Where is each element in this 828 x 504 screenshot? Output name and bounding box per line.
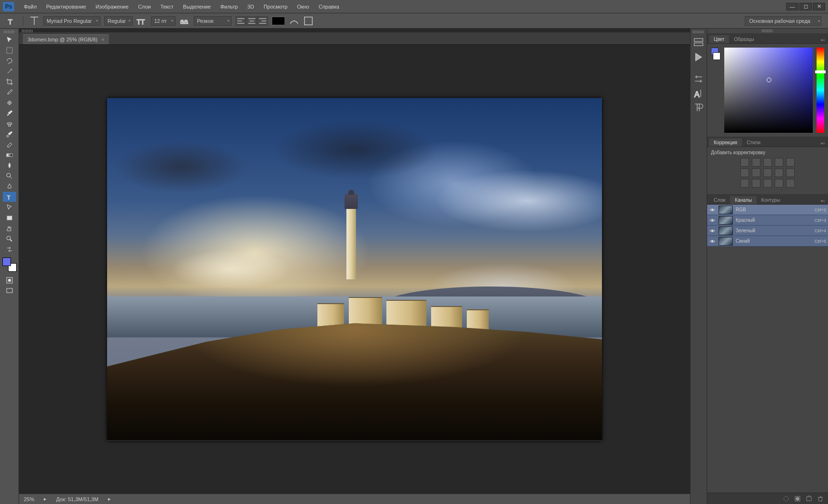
adj-colorbalance-icon[interactable] xyxy=(752,168,760,177)
tab-adjustments[interactable]: Коррекция xyxy=(709,138,742,147)
adj-photofilter-icon[interactable] xyxy=(775,168,783,177)
close-tab-icon[interactable]: × xyxy=(101,37,104,42)
new-channel-icon[interactable] xyxy=(805,495,813,503)
tab-swatches[interactable]: Образцы xyxy=(729,35,759,43)
menu-3d[interactable]: 3D xyxy=(243,2,259,11)
eraser-tool[interactable] xyxy=(3,139,16,149)
adj-exposure-icon[interactable] xyxy=(775,158,783,167)
font-weight-select[interactable]: Regular xyxy=(104,16,133,26)
canvas-viewport[interactable] xyxy=(19,45,690,494)
eyedropper-tool[interactable] xyxy=(3,87,16,97)
crop-tool[interactable] xyxy=(3,77,16,87)
character-dock-icon[interactable]: A xyxy=(693,88,704,99)
adj-curves-icon[interactable] xyxy=(763,158,772,167)
menu-layers[interactable]: Слои xyxy=(133,2,156,11)
color-mini-swatches[interactable] xyxy=(711,48,720,133)
channels-panel-menu-icon[interactable]: ▾≡ xyxy=(818,198,828,204)
menu-text[interactable]: Текст xyxy=(156,2,178,11)
adj-bw-icon[interactable] xyxy=(763,168,772,177)
menu-image[interactable]: Изображение xyxy=(91,2,133,11)
menu-window[interactable]: Окно xyxy=(292,2,314,11)
visibility-icon[interactable] xyxy=(709,207,716,213)
anti-alias-select[interactable]: Резкое xyxy=(194,16,232,26)
adj-vibrance-icon[interactable] xyxy=(786,158,795,167)
zoom-tool[interactable] xyxy=(3,234,16,244)
channel-row[interactable]: СинийCtrl+5 xyxy=(707,236,828,247)
adj-hue-icon[interactable] xyxy=(740,168,749,177)
adj-selectivecolor-icon[interactable] xyxy=(786,179,795,188)
gradient-tool[interactable] xyxy=(3,150,16,160)
hue-slider[interactable] xyxy=(817,48,824,133)
menu-edit[interactable]: Редактирование xyxy=(41,2,91,11)
history-brush-tool[interactable] xyxy=(3,129,16,139)
foreground-background-colors[interactable] xyxy=(2,257,17,272)
hand-tool[interactable] xyxy=(3,223,16,233)
align-left-button[interactable] xyxy=(236,16,246,26)
screen-mode-tool[interactable] xyxy=(3,286,16,296)
properties-panel-icon[interactable] xyxy=(693,73,704,85)
window-maximize-button[interactable]: ◻ xyxy=(799,3,812,10)
load-selection-icon[interactable] xyxy=(782,495,790,503)
visibility-icon[interactable] xyxy=(709,217,716,224)
channel-row[interactable]: ЗеленыйCtrl+4 xyxy=(707,226,828,236)
warp-text-icon[interactable] xyxy=(289,16,299,26)
menu-select[interactable]: Выделение xyxy=(178,2,216,11)
tab-channels[interactable]: Каналы xyxy=(730,196,757,204)
clone-stamp-tool[interactable] xyxy=(3,119,16,128)
adj-threshold-icon[interactable] xyxy=(763,179,772,188)
font-size-select[interactable]: 12 пт xyxy=(151,16,176,26)
lasso-tool[interactable] xyxy=(3,56,16,66)
paragraph-dock-icon[interactable] xyxy=(693,102,704,113)
adj-gradientmap-icon[interactable] xyxy=(775,179,783,188)
marquee-tool[interactable] xyxy=(3,45,16,55)
tab-layers[interactable]: Слои xyxy=(709,196,730,204)
window-close-button[interactable]: ✕ xyxy=(813,3,825,10)
window-minimize-button[interactable]: — xyxy=(786,3,798,10)
visibility-icon[interactable] xyxy=(709,227,716,234)
channel-row[interactable]: КрасныйCtrl+3 xyxy=(707,215,828,226)
quick-mask-tool[interactable] xyxy=(3,275,16,285)
type-tool-icon[interactable]: T xyxy=(7,16,17,26)
healing-brush-tool[interactable] xyxy=(3,98,16,108)
brush-tool[interactable] xyxy=(3,108,16,118)
text-orientation-icon[interactable] xyxy=(29,16,39,26)
menu-filter[interactable]: Фильтр xyxy=(216,2,243,11)
visibility-icon[interactable] xyxy=(709,238,716,245)
tab-color[interactable]: Цвет xyxy=(709,35,729,43)
pen-tool[interactable] xyxy=(3,181,16,191)
zoom-level[interactable]: 25% xyxy=(24,496,34,502)
rectangle-tool[interactable] xyxy=(3,213,16,223)
doc-info-arrow-icon[interactable]: ▸ xyxy=(108,496,111,502)
channel-row[interactable]: RGBCtrl+2 xyxy=(707,205,828,215)
actions-panel-icon[interactable] xyxy=(693,51,704,63)
workspace-select[interactable]: Основная рабочая среда xyxy=(745,16,821,26)
path-selection-tool[interactable] xyxy=(3,202,16,212)
save-selection-icon[interactable] xyxy=(794,495,801,503)
dodge-tool[interactable] xyxy=(3,171,16,181)
zoom-arrow-icon[interactable]: ▸ xyxy=(44,496,47,502)
align-right-button[interactable] xyxy=(257,16,268,26)
foreground-color-swatch[interactable] xyxy=(2,257,11,266)
font-family-select[interactable]: Myriad Pro Regular xyxy=(43,16,100,26)
adj-levels-icon[interactable] xyxy=(752,158,760,167)
document-tab[interactable]: 3domen.bmp @ 25% (RGB/8) × xyxy=(23,34,109,44)
toolbar-gripper[interactable] xyxy=(4,30,15,33)
delete-channel-icon[interactable] xyxy=(817,495,824,503)
canvas[interactable] xyxy=(107,98,602,441)
color-picker[interactable] xyxy=(724,48,813,133)
color-panel-menu-icon[interactable]: ▾≡ xyxy=(818,37,828,43)
move-tool[interactable] xyxy=(3,35,16,45)
tab-styles[interactable]: Стили xyxy=(742,138,765,147)
adj-channelmixer-icon[interactable] xyxy=(786,168,795,177)
dock-gripper[interactable] xyxy=(693,30,704,33)
magic-wand-tool[interactable] xyxy=(3,66,16,76)
swap-colors-icon[interactable] xyxy=(3,244,16,254)
type-tool[interactable]: T xyxy=(3,192,16,202)
align-center-button[interactable] xyxy=(246,16,257,26)
mini-bg-swatch[interactable] xyxy=(713,52,720,60)
menu-file[interactable]: Файл xyxy=(19,2,41,11)
tab-paths[interactable]: Контуры xyxy=(757,196,785,204)
text-color-swatch[interactable] xyxy=(272,17,285,25)
menu-help[interactable]: Справка xyxy=(314,2,344,11)
adj-brightness-icon[interactable] xyxy=(740,158,749,167)
